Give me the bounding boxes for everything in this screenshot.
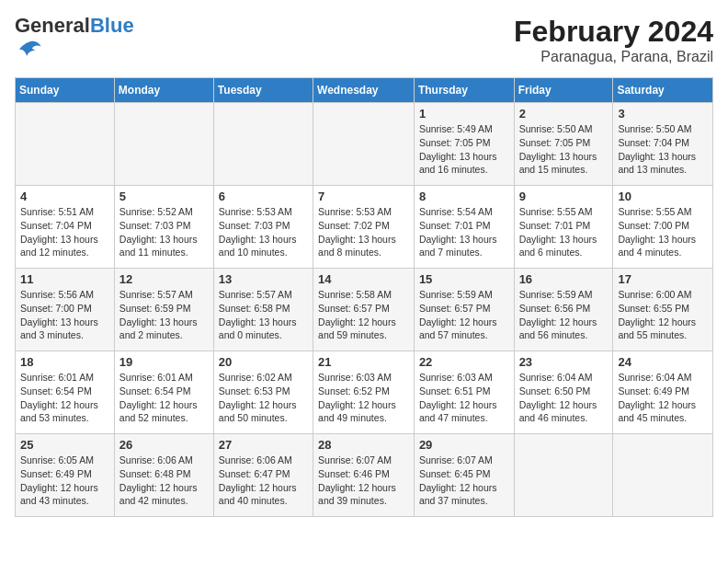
day-info: Sunrise: 6:07 AMSunset: 6:46 PMDaylight:… <box>318 454 409 508</box>
calendar-cell <box>613 434 713 517</box>
day-info: Sunrise: 6:00 AMSunset: 6:55 PMDaylight:… <box>618 288 708 342</box>
calendar-cell: 21Sunrise: 6:03 AMSunset: 6:52 PMDayligh… <box>313 351 415 434</box>
day-info: Sunrise: 5:50 AMSunset: 7:04 PMDaylight:… <box>618 122 708 177</box>
calendar-cell: 27Sunrise: 6:06 AMSunset: 6:47 PMDayligh… <box>213 434 313 517</box>
calendar-cell: 19Sunrise: 6:01 AMSunset: 6:54 PMDayligh… <box>114 351 213 434</box>
day-info: Sunrise: 5:50 AMSunset: 7:05 PMDaylight:… <box>519 122 609 177</box>
day-number: 3 <box>618 107 708 121</box>
day-info: Sunrise: 5:56 AMSunset: 7:00 PMDaylight:… <box>20 288 109 342</box>
calendar-cell: 8Sunrise: 5:54 AMSunset: 7:01 PMDaylight… <box>414 186 514 269</box>
day-number: 14 <box>318 272 409 286</box>
day-number: 7 <box>318 190 409 203</box>
calendar-cell: 6Sunrise: 5:53 AMSunset: 7:03 PMDaylight… <box>213 186 313 269</box>
calendar-cell: 4Sunrise: 5:51 AMSunset: 7:04 PMDaylight… <box>16 186 115 269</box>
calendar-cell <box>16 103 115 186</box>
day-number: 17 <box>618 272 708 286</box>
day-number: 25 <box>20 438 109 452</box>
day-info: Sunrise: 5:58 AMSunset: 6:57 PMDaylight:… <box>318 288 409 342</box>
calendar-cell <box>313 103 415 186</box>
day-info: Sunrise: 6:04 AMSunset: 6:50 PMDaylight:… <box>519 371 609 425</box>
day-number: 4 <box>20 190 109 203</box>
day-info: Sunrise: 6:03 AMSunset: 6:51 PMDaylight:… <box>419 371 509 425</box>
day-number: 19 <box>119 355 209 369</box>
header-cell-thursday: Thursday <box>414 78 514 103</box>
header-cell-sunday: Sunday <box>16 78 115 103</box>
header-cell-wednesday: Wednesday <box>313 78 415 103</box>
calendar-cell: 11Sunrise: 5:56 AMSunset: 7:00 PMDayligh… <box>16 269 115 351</box>
calendar-cell: 18Sunrise: 6:01 AMSunset: 6:54 PMDayligh… <box>16 351 115 434</box>
logo-blue: Blue <box>90 14 134 37</box>
day-number: 18 <box>20 355 109 369</box>
calendar-week-4: 18Sunrise: 6:01 AMSunset: 6:54 PMDayligh… <box>16 351 713 434</box>
logo-general: General <box>15 14 90 37</box>
day-info: Sunrise: 5:53 AMSunset: 7:02 PMDaylight:… <box>318 205 409 259</box>
calendar-cell <box>213 103 313 186</box>
day-number: 24 <box>618 355 708 369</box>
calendar-cell: 2Sunrise: 5:50 AMSunset: 7:05 PMDaylight… <box>514 103 613 186</box>
day-number: 5 <box>119 190 209 203</box>
day-info: Sunrise: 5:55 AMSunset: 7:01 PMDaylight:… <box>519 205 609 259</box>
page-header: GeneralBlue February 2024 Paranagua, Par… <box>15 15 713 66</box>
calendar-week-2: 4Sunrise: 5:51 AMSunset: 7:04 PMDaylight… <box>16 186 713 269</box>
title-block: February 2024 Paranagua, Parana, Brazil <box>514 15 713 65</box>
day-info: Sunrise: 5:53 AMSunset: 7:03 PMDaylight:… <box>219 205 308 259</box>
calendar-cell <box>514 434 613 517</box>
day-info: Sunrise: 5:54 AMSunset: 7:01 PMDaylight:… <box>419 205 509 259</box>
calendar-cell: 10Sunrise: 5:55 AMSunset: 7:00 PMDayligh… <box>613 186 713 269</box>
calendar-cell: 26Sunrise: 6:06 AMSunset: 6:48 PMDayligh… <box>114 434 213 517</box>
calendar-cell: 5Sunrise: 5:52 AMSunset: 7:03 PMDaylight… <box>114 186 213 269</box>
day-number: 27 <box>219 438 308 452</box>
calendar-cell: 15Sunrise: 5:59 AMSunset: 6:57 PMDayligh… <box>414 269 514 351</box>
day-info: Sunrise: 6:06 AMSunset: 6:47 PMDaylight:… <box>219 454 308 508</box>
calendar-cell: 28Sunrise: 6:07 AMSunset: 6:46 PMDayligh… <box>313 434 415 517</box>
day-number: 16 <box>519 272 609 286</box>
day-info: Sunrise: 5:59 AMSunset: 6:57 PMDaylight:… <box>419 288 509 342</box>
calendar-cell <box>114 103 213 186</box>
header-cell-saturday: Saturday <box>613 78 713 103</box>
day-number: 28 <box>318 438 409 452</box>
day-info: Sunrise: 5:59 AMSunset: 6:56 PMDaylight:… <box>519 288 609 342</box>
day-number: 10 <box>618 190 708 203</box>
day-number: 20 <box>219 355 308 369</box>
calendar-cell: 12Sunrise: 5:57 AMSunset: 6:59 PMDayligh… <box>114 269 213 351</box>
calendar-cell: 16Sunrise: 5:59 AMSunset: 6:56 PMDayligh… <box>514 269 613 351</box>
day-info: Sunrise: 6:07 AMSunset: 6:45 PMDaylight:… <box>419 454 509 508</box>
calendar-cell: 29Sunrise: 6:07 AMSunset: 6:45 PMDayligh… <box>414 434 514 517</box>
header-cell-tuesday: Tuesday <box>213 78 313 103</box>
calendar-week-1: 1Sunrise: 5:49 AMSunset: 7:05 PMDaylight… <box>16 103 713 186</box>
day-number: 21 <box>318 355 409 369</box>
logo: GeneralBlue <box>15 15 134 66</box>
day-number: 9 <box>519 190 609 203</box>
day-number: 13 <box>219 272 308 286</box>
calendar-cell: 9Sunrise: 5:55 AMSunset: 7:01 PMDaylight… <box>514 186 613 269</box>
calendar-cell: 23Sunrise: 6:04 AMSunset: 6:50 PMDayligh… <box>514 351 613 434</box>
calendar-week-5: 25Sunrise: 6:05 AMSunset: 6:49 PMDayligh… <box>16 434 713 517</box>
calendar-cell: 3Sunrise: 5:50 AMSunset: 7:04 PMDaylight… <box>613 103 713 186</box>
day-info: Sunrise: 5:52 AMSunset: 7:03 PMDaylight:… <box>119 205 209 259</box>
day-number: 8 <box>419 190 509 203</box>
day-number: 15 <box>419 272 509 286</box>
day-number: 22 <box>419 355 509 369</box>
header-row: SundayMondayTuesdayWednesdayThursdayFrid… <box>16 78 713 103</box>
day-number: 11 <box>20 272 109 286</box>
page-subtitle: Paranagua, Parana, Brazil <box>514 49 713 65</box>
day-info: Sunrise: 5:49 AMSunset: 7:05 PMDaylight:… <box>419 122 509 177</box>
day-info: Sunrise: 6:01 AMSunset: 6:54 PMDaylight:… <box>119 371 209 425</box>
day-number: 1 <box>419 107 509 121</box>
day-info: Sunrise: 6:01 AMSunset: 6:54 PMDaylight:… <box>20 371 109 425</box>
logo-bird-icon <box>17 37 42 63</box>
day-number: 12 <box>119 272 209 286</box>
calendar-cell: 22Sunrise: 6:03 AMSunset: 6:51 PMDayligh… <box>414 351 514 434</box>
day-number: 6 <box>219 190 308 203</box>
header-cell-monday: Monday <box>114 78 213 103</box>
calendar-cell: 20Sunrise: 6:02 AMSunset: 6:53 PMDayligh… <box>213 351 313 434</box>
day-info: Sunrise: 5:51 AMSunset: 7:04 PMDaylight:… <box>20 205 109 259</box>
day-info: Sunrise: 6:06 AMSunset: 6:48 PMDaylight:… <box>119 454 209 508</box>
logo-text: GeneralBlue <box>15 15 134 37</box>
day-info: Sunrise: 6:03 AMSunset: 6:52 PMDaylight:… <box>318 371 409 425</box>
calendar-week-3: 11Sunrise: 5:56 AMSunset: 7:00 PMDayligh… <box>16 269 713 351</box>
day-info: Sunrise: 5:55 AMSunset: 7:00 PMDaylight:… <box>618 205 708 259</box>
day-info: Sunrise: 5:57 AMSunset: 6:58 PMDaylight:… <box>219 288 308 342</box>
day-number: 23 <box>519 355 609 369</box>
calendar-cell: 25Sunrise: 6:05 AMSunset: 6:49 PMDayligh… <box>16 434 115 517</box>
